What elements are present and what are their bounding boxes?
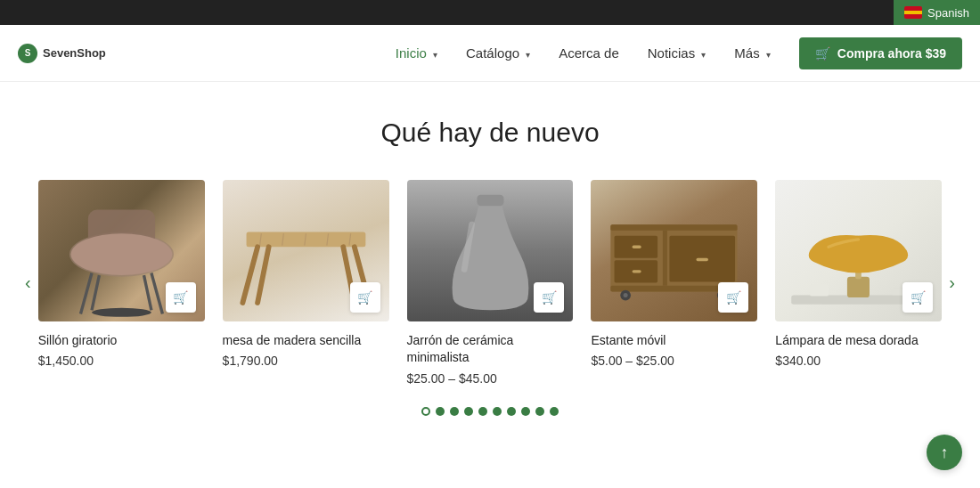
products-container: ‹: [18, 180, 962, 386]
pagination-dot-7[interactable]: [521, 407, 530, 416]
add-to-cart-button[interactable]: 🛒: [902, 282, 933, 313]
logo[interactable]: S SevenShop: [18, 44, 106, 63]
pagination-dot-8[interactable]: [535, 407, 544, 416]
product-name: Sillón giratorio: [38, 332, 205, 350]
product-image-wrap: 🛒: [223, 180, 389, 321]
prev-arrow-button[interactable]: ‹: [18, 265, 38, 300]
add-to-cart-button[interactable]: 🛒: [350, 282, 380, 313]
product-image-wrap: 🛒: [775, 180, 942, 321]
main-nav: S SevenShop Inicio ▾ Catálogo ▾ Acerca d…: [0, 25, 980, 82]
nav-item-catalogo[interactable]: Catálogo ▾: [466, 45, 530, 61]
svg-line-16: [257, 247, 269, 303]
svg-point-31: [624, 293, 628, 297]
pagination-dot-3[interactable]: [464, 407, 473, 416]
chevron-down-icon: ▾: [433, 50, 437, 60]
svg-point-7: [92, 308, 151, 317]
svg-rect-36: [810, 284, 829, 296]
nav-item-acerca[interactable]: Acerca de: [559, 45, 619, 61]
language-selector[interactable]: Spanish: [894, 0, 980, 25]
pagination-dot-6[interactable]: [507, 407, 516, 416]
svg-rect-34: [847, 277, 870, 297]
svg-line-5: [92, 275, 99, 310]
main-content: Qué hay de nuevo ‹: [0, 82, 980, 434]
next-arrow-button[interactable]: ›: [942, 265, 962, 300]
nav-link-catalogo[interactable]: Catálogo ▾: [466, 45, 530, 61]
product-card: 🛒 Sillón giratorio $1,450.00: [38, 180, 205, 386]
svg-rect-20: [611, 224, 738, 231]
svg-point-2: [70, 233, 172, 275]
product-card: 🛒 Estante móvil $5.00 – $25.00: [591, 180, 757, 386]
product-price: $340.00: [775, 354, 942, 368]
product-price: $25.00 – $45.00: [407, 371, 574, 386]
product-image-wrap: 🛒: [38, 180, 205, 321]
product-price: $5.00 – $25.00: [591, 354, 757, 368]
nav-item-mas[interactable]: Más ▾: [734, 45, 771, 61]
product-card: 🛒 mesa de madera sencilla $1,790.00: [223, 180, 389, 386]
product-price: $1,450.00: [38, 354, 205, 368]
chevron-down-icon: ▾: [526, 50, 530, 60]
buy-now-button[interactable]: 🛒 Compra ahora $39: [799, 37, 962, 69]
svg-rect-26: [633, 246, 641, 248]
spain-flag-icon: [904, 6, 922, 19]
product-name: Lámpara de mesa dorada: [775, 332, 942, 350]
svg-rect-22: [663, 231, 667, 286]
product-card: 🛒 Lámpara de mesa dorada $340.00: [775, 180, 942, 386]
pagination-dot-1[interactable]: [436, 407, 445, 416]
chevron-down-icon: ▾: [766, 50, 771, 60]
logo-icon: S: [18, 44, 37, 63]
top-bar: Spanish: [0, 0, 980, 25]
product-image-wrap: 🛒: [591, 180, 757, 321]
product-image-wrap: 🛒: [407, 180, 574, 321]
product-card: 🛒 Jarrón de cerámica minimalista $25.00 …: [407, 180, 574, 386]
product-name: Jarrón de cerámica minimalista: [407, 332, 574, 367]
svg-line-14: [242, 247, 257, 303]
chevron-down-icon: ▾: [701, 50, 706, 60]
pagination-dot-5[interactable]: [493, 407, 502, 416]
add-to-cart-button[interactable]: 🛒: [718, 282, 748, 313]
svg-line-4: [151, 273, 163, 314]
product-name: Estante móvil: [591, 332, 757, 350]
svg-line-6: [143, 275, 151, 310]
section-title: Qué hay de nuevo: [18, 118, 962, 148]
svg-line-3: [80, 273, 92, 314]
svg-rect-27: [633, 270, 641, 272]
pagination-dot-9[interactable]: [550, 407, 559, 416]
nav-link-noticias[interactable]: Noticias ▾: [648, 45, 706, 61]
product-price: $1,790.00: [223, 354, 389, 368]
products-grid: 🛒 Sillón giratorio $1,450.00: [38, 180, 943, 386]
pagination-dot-2[interactable]: [450, 407, 459, 416]
nav-item-noticias[interactable]: Noticias ▾: [648, 45, 706, 61]
language-label: Spanish: [927, 6, 969, 20]
svg-rect-18: [477, 195, 503, 207]
cart-icon: 🛒: [815, 46, 830, 61]
svg-rect-28: [697, 258, 708, 261]
nav-links: Inicio ▾ Catálogo ▾ Acerca de Noticias ▾…: [396, 45, 771, 61]
nav-link-acerca[interactable]: Acerca de: [559, 45, 619, 61]
add-to-cart-button[interactable]: 🛒: [534, 282, 564, 313]
pagination-dots: [18, 407, 962, 416]
pagination-dot-4[interactable]: [478, 407, 487, 416]
pagination-dot-0[interactable]: [421, 407, 430, 416]
nav-link-mas[interactable]: Más ▾: [734, 45, 771, 61]
nav-link-inicio[interactable]: Inicio ▾: [396, 45, 437, 61]
product-name: mesa de madera sencilla: [223, 332, 389, 350]
add-to-cart-button[interactable]: 🛒: [166, 282, 196, 313]
nav-item-inicio[interactable]: Inicio ▾: [396, 45, 437, 61]
logo-text: SevenShop: [43, 46, 106, 60]
